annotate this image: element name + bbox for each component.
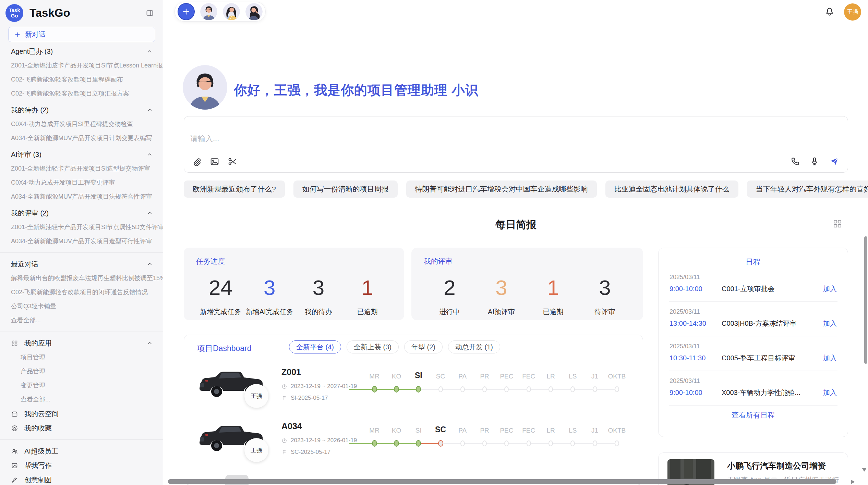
- conversation-item[interactable]: C02-飞腾新能源轻客改款项目立项汇报方案: [0, 87, 163, 101]
- scroll-right-arrow[interactable]: [851, 480, 855, 484]
- chevron-up-icon[interactable]: [146, 107, 153, 113]
- conversation-item[interactable]: Z001-全新燃油轻卡产品开发项目SI造型提交物评审: [0, 162, 163, 176]
- recent-conversation[interactable]: 公司Q3轻卡销量: [0, 299, 163, 313]
- tab-new-body[interactable]: 全新上装 (3): [347, 340, 399, 353]
- suggestion-chip[interactable]: 当下年轻人对汽车外观有怎样的喜好趋势: [747, 181, 868, 198]
- join-link[interactable]: 加入: [823, 388, 837, 397]
- suggestion-chip[interactable]: 如何写一份清晰的项目周报: [293, 181, 398, 198]
- news-title: 小鹏飞行汽车制造公司增资: [727, 460, 826, 471]
- image-icon[interactable]: [209, 157, 220, 167]
- ai-super-employee[interactable]: AI超级员工: [0, 444, 163, 458]
- horizontal-scrollbar[interactable]: [168, 479, 836, 484]
- stat-value: 24: [196, 277, 245, 298]
- chevron-up-icon[interactable]: [146, 151, 153, 158]
- event-time: 13:00-14:30: [670, 320, 722, 327]
- phone-icon[interactable]: [790, 156, 800, 166]
- suggestion-chip[interactable]: 欧洲新规最近颁布了什么?: [184, 181, 285, 198]
- conversation-item[interactable]: A034-全新新能源MUV产品开发项目造型可行性评审: [0, 234, 163, 248]
- project-owner-badge: 王强: [244, 384, 268, 408]
- daily-briefing-header: 每日简报: [184, 218, 848, 232]
- chevron-up-icon[interactable]: [146, 340, 153, 347]
- section-my-apps[interactable]: 我的应用: [0, 336, 163, 350]
- conversation-item[interactable]: Z001-全新燃油皮卡产品开发项目SI节点Lesson Learn报告: [0, 59, 163, 73]
- scissors-icon[interactable]: [227, 157, 238, 167]
- section-agent-done[interactable]: Agent已办 (3): [0, 44, 163, 59]
- recent-conversation[interactable]: C02-飞腾新能源轻客改款项目的闭环通告反馈情况: [0, 285, 163, 299]
- section-title: Agent已办 (3): [11, 47, 53, 56]
- schedule-event[interactable]: 2025/03/11 9:00-10:00 X003-车辆动力学性能验... 加…: [669, 371, 837, 406]
- event-time: 9:00-10:00: [670, 389, 722, 397]
- view-all-schedule-link[interactable]: 查看所有日程: [659, 410, 848, 420]
- recent-conversation[interactable]: 解释最新出台的欧盟报废车法规再生塑料比例被调至15%...: [0, 271, 163, 285]
- send-icon[interactable]: [829, 156, 840, 167]
- vertical-scrollbar[interactable]: [864, 236, 867, 364]
- view-all-apps[interactable]: 查看全部...: [0, 393, 163, 407]
- my-favorites[interactable]: 我的收藏: [0, 421, 163, 435]
- event-date: 2025/03/11: [670, 377, 837, 385]
- dashboard-title: 项目Dashboard: [197, 343, 252, 354]
- assistant-avatar[interactable]: [245, 3, 263, 20]
- milestone-chain: MR KO SI SC PA PR PEC FEC LR LS J1 OKTB: [363, 424, 628, 447]
- help-me-write[interactable]: 帮我写作: [0, 458, 163, 473]
- app-link[interactable]: 变更管理: [0, 378, 163, 393]
- creative-drawing[interactable]: 创意制图: [0, 473, 163, 485]
- app-link[interactable]: 产品管理: [0, 364, 163, 378]
- conversation-item[interactable]: Z001-全新燃油轻卡产品开发项目SI节点属性5D文件评审: [0, 220, 163, 234]
- suggestion-chip[interactable]: 比亚迪全固态电池计划具体说了什么: [605, 181, 738, 198]
- schedule-card: 日程 2025/03/11 9:00-10:00 C001-立项审批会 加入 2…: [658, 248, 848, 437]
- scroll-down-arrow[interactable]: [862, 468, 867, 472]
- chat-input[interactable]: [190, 134, 704, 143]
- stat-row: 24 新增完成任务 3 新增AI完成任务 3 我的待办 1 已逾期: [196, 277, 392, 316]
- layout-grid-icon[interactable]: [832, 219, 843, 229]
- project-row[interactable]: 王强 Z001 2023-12-19 ~ 2027-01-19 SI-2025-…: [184, 362, 643, 416]
- collapse-sidebar-icon[interactable]: [146, 9, 154, 17]
- project-date-range: 2023-12-19 ~ 2027-01-19: [291, 383, 357, 390]
- conversation-item[interactable]: A034-全新新能源MUV产品开发项目法规符合性评审: [0, 190, 163, 204]
- view-all-conversations[interactable]: 查看全部...: [0, 313, 163, 327]
- event-title: C003|H0B-方案冻结评审: [722, 319, 823, 328]
- plus-icon: [182, 7, 191, 16]
- milestone-label: PR: [473, 427, 495, 434]
- chevron-up-icon[interactable]: [146, 210, 153, 216]
- tab-powertrain[interactable]: 动总开发 (1): [448, 340, 500, 353]
- join-link[interactable]: 加入: [823, 319, 837, 328]
- notification-bell-icon[interactable]: [824, 6, 835, 17]
- tab-new-platform[interactable]: 全新平台 (4): [289, 340, 341, 353]
- milestone-label: SI: [408, 427, 430, 434]
- new-chat-button[interactable]: 新对话: [8, 27, 155, 42]
- stat-pending-review: 3 待评审: [579, 277, 631, 316]
- chevron-up-icon[interactable]: [146, 48, 153, 55]
- suggestion-chip[interactable]: 特朗普可能对进口汽车增税会对中国车企造成哪些影响: [406, 181, 597, 198]
- user-avatar[interactable]: 王强: [844, 3, 861, 21]
- assistant-avatar[interactable]: [223, 3, 240, 20]
- my-cloud-space[interactable]: 我的云空间: [0, 407, 163, 421]
- tab-model-year[interactable]: 年型 (2): [404, 340, 443, 353]
- section-recent[interactable]: 最近对话: [0, 257, 163, 271]
- schedule-event[interactable]: 2025/03/11 9:00-10:00 C001-立项审批会 加入: [669, 267, 837, 302]
- conversation-item[interactable]: C02-飞腾新能源轻客改款项目里程碑画布: [0, 73, 163, 87]
- assistant-avatar[interactable]: [200, 3, 217, 20]
- add-assistant-button[interactable]: [178, 3, 195, 20]
- stat-value: 3: [294, 277, 343, 298]
- conversation-item[interactable]: A034-全新新能源MUV产品开发项目计划变更表编写: [0, 131, 163, 145]
- app-link[interactable]: 项目管理: [0, 350, 163, 364]
- schedule-event[interactable]: 2025/03/11 10:30-11:30 C005-整车工程目标评审 加入: [669, 336, 837, 371]
- microphone-icon[interactable]: [809, 156, 820, 166]
- conversation-item[interactable]: C0X4-动力总成开发项目SI里程碑提交物检查: [0, 117, 163, 131]
- section-ai-review[interactable]: AI评审 (3): [0, 147, 163, 162]
- plus-icon: [14, 31, 21, 38]
- project-row[interactable]: 王强 A034 2023-12-19 ~ 2026-01-19 SC-2025-…: [184, 416, 643, 471]
- paperclip-icon[interactable]: [192, 157, 202, 167]
- conversation-item[interactable]: C0X4-动力总成开发项目工程变更评审: [0, 176, 163, 190]
- input-attachments: [192, 157, 238, 167]
- schedule-event[interactable]: 2025/03/11 13:00-14:30 C003|H0B-方案冻结评审 加…: [669, 302, 837, 336]
- section-my-todo[interactable]: 我的待办 (2): [0, 103, 163, 117]
- stat-ai-pre-review: 3 AI预评审: [475, 277, 527, 316]
- section-my-review[interactable]: 我的评审 (2): [0, 206, 163, 220]
- milestone-label: OKTB: [606, 427, 628, 434]
- join-link[interactable]: 加入: [823, 284, 837, 294]
- pen-icon: [11, 476, 18, 484]
- assistant-switcher: [174, 2, 266, 22]
- join-link[interactable]: 加入: [823, 353, 837, 363]
- chevron-up-icon[interactable]: [146, 261, 153, 268]
